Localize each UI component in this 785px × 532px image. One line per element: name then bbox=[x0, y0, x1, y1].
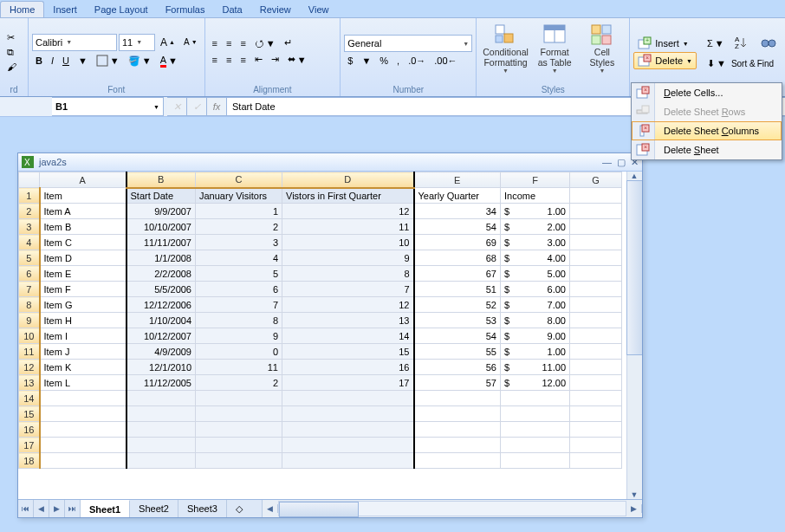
col-header-a[interactable]: A bbox=[40, 172, 127, 188]
number-format-combo[interactable]: General▼ bbox=[344, 35, 472, 52]
copy-button[interactable]: ⧉ bbox=[3, 45, 24, 60]
font-size-combo[interactable]: 11▼ bbox=[119, 34, 155, 51]
percent-button[interactable]: % bbox=[376, 54, 392, 68]
name-box[interactable]: B1▼ bbox=[52, 97, 164, 116]
table-row[interactable]: 2Item A9/9/200711234$1.00 bbox=[19, 204, 622, 219]
horizontal-scrollbar[interactable]: ◀ ▶ bbox=[263, 500, 642, 517]
col-header-b[interactable]: B bbox=[127, 172, 196, 188]
shrink-font-button[interactable]: A▼ bbox=[180, 36, 201, 49]
increase-indent-button[interactable]: ⇥ bbox=[268, 52, 282, 67]
conditional-formatting-button[interactable]: Conditional Formatting▼ bbox=[480, 21, 531, 83]
merge-center-button[interactable]: ⬌▼ bbox=[284, 52, 310, 67]
spreadsheet-grid[interactable]: A B C D E F G 1 Item Start Date January … bbox=[18, 172, 622, 469]
col-header-e[interactable]: E bbox=[414, 172, 501, 188]
fill-color-button[interactable]: 🪣▼ bbox=[125, 54, 155, 68]
table-row[interactable]: 13Item L11/12/200521757$12.00 bbox=[19, 375, 622, 391]
currency-arrow[interactable]: ▼ bbox=[358, 54, 374, 68]
table-row[interactable]: 18 bbox=[19, 453, 622, 469]
delete-cells-menuitem[interactable]: × Delete Cells... bbox=[632, 83, 782, 102]
cell-styles-button[interactable]: Cell Styles▼ bbox=[579, 21, 626, 83]
decrease-decimal-button[interactable]: .00← bbox=[431, 54, 460, 68]
fx-button[interactable]: fx bbox=[207, 97, 227, 116]
col-header-c[interactable]: C bbox=[196, 172, 282, 188]
sort-filter-label: Sort & bbox=[731, 59, 756, 68]
delete-sheet-menuitem[interactable]: × Delete Sheet bbox=[632, 140, 782, 159]
tab-review[interactable]: Review bbox=[251, 2, 300, 17]
delete-sheet-columns-menuitem[interactable]: × Delete Sheet Columns bbox=[632, 121, 782, 140]
table-row[interactable]: 15 bbox=[19, 406, 622, 422]
col-header-d[interactable]: D bbox=[282, 172, 414, 188]
align-center-button[interactable]: ≡ bbox=[223, 53, 235, 67]
sheet-tab-2[interactable]: Sheet2 bbox=[130, 500, 178, 517]
align-top-button[interactable]: ≡ bbox=[209, 36, 221, 50]
select-all-corner[interactable] bbox=[19, 172, 40, 188]
maximize-button[interactable]: ▢ bbox=[617, 157, 626, 168]
minimize-button[interactable]: — bbox=[602, 157, 612, 168]
tab-data[interactable]: Data bbox=[213, 2, 250, 17]
sheet-tab-1[interactable]: Sheet1 bbox=[81, 500, 130, 517]
vertical-scrollbar[interactable]: ▲ ▼ bbox=[626, 172, 642, 499]
align-left-button[interactable]: ≡ bbox=[209, 53, 221, 67]
table-row[interactable]: 8Item G12/12/200671252$7.00 bbox=[19, 297, 622, 313]
format-painter-button[interactable]: 🖌 bbox=[3, 60, 24, 74]
table-row[interactable]: 3Item B10/10/200721154$2.00 bbox=[19, 219, 622, 235]
orientation-button[interactable]: ⭯▼ bbox=[251, 36, 279, 50]
find-select-button[interactable] bbox=[756, 32, 782, 55]
delete-button[interactable]: × Delete▼ bbox=[633, 52, 697, 69]
col-header-g[interactable]: G bbox=[570, 172, 622, 188]
tab-formulas[interactable]: Formulas bbox=[157, 2, 214, 17]
font-name-combo[interactable]: Calibri▼ bbox=[32, 34, 117, 51]
col-header-f[interactable]: F bbox=[501, 172, 570, 188]
autosum-button[interactable]: Σ▼ bbox=[704, 36, 728, 50]
tab-view[interactable]: View bbox=[300, 2, 338, 17]
tab-insert[interactable]: Insert bbox=[44, 2, 86, 17]
decrease-indent-button[interactable]: ⇤ bbox=[251, 52, 266, 67]
font-color-button[interactable]: A▼ bbox=[157, 53, 181, 69]
grow-font-button[interactable]: A▲ bbox=[157, 35, 178, 50]
new-sheet-button[interactable]: ◇ bbox=[227, 500, 263, 517]
sheet-nav-last[interactable]: ⏭ bbox=[65, 500, 81, 517]
table-row[interactable]: 10Item I10/12/200791454$9.00 bbox=[19, 328, 622, 344]
table-row[interactable]: 16 bbox=[19, 422, 622, 438]
table-row[interactable]: 5Item D1/1/20084968$4.00 bbox=[19, 250, 622, 266]
format-as-table-button[interactable]: Format as Table▼ bbox=[531, 21, 579, 83]
table-row[interactable]: 1 Item Start Date January Visitors Visto… bbox=[19, 188, 622, 204]
tab-home[interactable]: Home bbox=[0, 1, 44, 18]
underline-arrow[interactable]: ▼ bbox=[75, 54, 91, 68]
table-row[interactable]: 9Item H1/10/200481353$8.00 bbox=[19, 313, 622, 328]
currency-button[interactable]: $ bbox=[344, 54, 356, 68]
tab-page-layout[interactable]: Page Layout bbox=[86, 2, 157, 17]
enter-formula-button[interactable]: ✓ bbox=[187, 97, 207, 116]
bold-button[interactable]: B bbox=[32, 54, 46, 68]
align-middle-button[interactable]: ≡ bbox=[223, 36, 235, 50]
workbook-titlebar[interactable]: X java2s — ▢ ✕ bbox=[18, 153, 642, 172]
wrap-text-button[interactable]: ↵ bbox=[281, 36, 295, 50]
table-row[interactable]: 4Item C11/11/200731069$3.00 bbox=[19, 235, 622, 250]
sheet-nav-prev[interactable]: ◀ bbox=[34, 500, 49, 517]
cancel-formula-button[interactable]: ✕ bbox=[167, 97, 187, 116]
fill-button[interactable]: ⬇▼ bbox=[704, 56, 730, 71]
cut-button[interactable]: ✂ bbox=[3, 30, 24, 45]
align-right-button[interactable]: ≡ bbox=[237, 53, 249, 67]
italic-button[interactable]: I bbox=[48, 54, 57, 68]
table-row[interactable]: 12Item K12/1/2010111656$11.00 bbox=[19, 360, 622, 375]
sheet-tab-3[interactable]: Sheet3 bbox=[178, 500, 227, 517]
delete-rows-icon bbox=[632, 102, 655, 121]
insert-button[interactable]: + Insert▼ bbox=[633, 35, 697, 52]
align-bottom-button[interactable]: ≡ bbox=[237, 36, 249, 50]
comma-button[interactable]: , bbox=[393, 54, 403, 68]
table-row[interactable]: 14 bbox=[19, 391, 622, 406]
svg-point-20 bbox=[769, 40, 775, 47]
table-row[interactable]: 6Item E2/2/20085867$5.00 bbox=[19, 266, 622, 282]
sheet-nav-next[interactable]: ▶ bbox=[49, 500, 65, 517]
sheet-nav-first[interactable]: ⏮ bbox=[18, 500, 34, 517]
sort-filter-button[interactable]: AZ bbox=[730, 32, 755, 55]
cell-styles-icon bbox=[590, 23, 614, 48]
ribbon: ✂ ⧉ 🖌 rd Calibri▼ 11▼ A▲ A▼ B I U ▼ bbox=[0, 17, 785, 97]
table-row[interactable]: 11Item J4/9/200901555$1.00 bbox=[19, 344, 622, 360]
increase-decimal-button[interactable]: .0→ bbox=[405, 54, 429, 68]
underline-button[interactable]: U bbox=[59, 54, 73, 68]
border-button[interactable]: ▼ bbox=[93, 53, 123, 68]
table-row[interactable]: 17 bbox=[19, 438, 622, 453]
table-row[interactable]: 7Item F5/5/20066751$6.00 bbox=[19, 282, 622, 297]
